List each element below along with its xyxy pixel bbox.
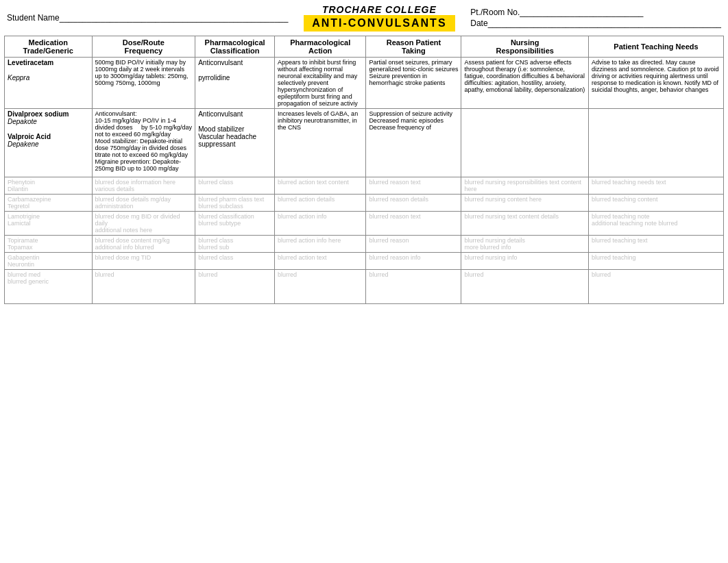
center-header: TROCHARE COLLEGE ANTI-CONVULSANTS bbox=[295, 4, 463, 32]
teaching-cell bbox=[588, 109, 723, 177]
table-row: Divalproex sodium Depakote Valproic Acid… bbox=[5, 109, 724, 177]
dose-cell: blurred bbox=[92, 270, 195, 304]
pharm-class-cell: blurred classification blurred subtype bbox=[195, 212, 275, 236]
pharm-action-cell: blurred action info bbox=[275, 212, 366, 236]
table-row: Gabapentin Neurontin blurred dose mg TID… bbox=[5, 253, 724, 270]
nursing-cell: blurred nursing responsibilities text co… bbox=[461, 177, 588, 195]
dose-cell: blurred dose mg TID bbox=[92, 253, 195, 270]
med-name-cell: Phenytoin Dilantin bbox=[5, 177, 93, 195]
table-container: MedicationTrade/Generic Dose/RouteFreque… bbox=[4, 36, 724, 304]
nursing-cell: blurred nursing details more blurred inf… bbox=[461, 236, 588, 253]
reason-cell: Suppression of seizure activity Decrease… bbox=[366, 109, 461, 177]
pharm-action-cell: blurred action details bbox=[275, 195, 366, 212]
pharm-class-cell: Anticonvulsant pyrrolidine bbox=[195, 58, 275, 109]
reason-cell: Partial onset seizures, primary generali… bbox=[366, 58, 461, 109]
dose-cell: blurred dose content mg/kg additional in… bbox=[92, 236, 195, 253]
table-row: Topiramate Topamax blurred dose content … bbox=[5, 236, 724, 253]
col-header-pharm-class: PharmacologicalClassification bbox=[195, 36, 275, 58]
col-header-teaching: Patient Teaching Needs bbox=[588, 36, 723, 58]
med-name-cell: blurred med blurred generic bbox=[5, 270, 93, 304]
med-name-cell: Divalproex sodium Depakote Valproic Acid… bbox=[5, 109, 93, 177]
teaching-cell: blurred bbox=[588, 270, 723, 304]
nursing-cell: blurred nursing info bbox=[461, 253, 588, 270]
school-name: TROCHARE COLLEGE bbox=[295, 4, 463, 15]
col-header-pharm-action: PharmacologicalAction bbox=[275, 36, 366, 58]
nursing-cell: blurred nursing text content details bbox=[461, 212, 588, 236]
table-row: blurred med blurred generic blurred blur… bbox=[5, 270, 724, 304]
reason-cell: blurred bbox=[366, 270, 461, 304]
table-row: Phenytoin Dilantin blurred dose informat… bbox=[5, 177, 724, 195]
reason-cell: blurred reason text bbox=[366, 177, 461, 195]
med-name-cell: Lamotrigine Lamictal bbox=[5, 212, 93, 236]
col-header-medication: MedicationTrade/Generic bbox=[5, 36, 93, 58]
pt-room-field: Pt./Room No.___________________________ bbox=[470, 8, 721, 17]
student-name-field: Student Name____________________________… bbox=[7, 13, 288, 23]
dose-cell: 500mg BID PO/IV initially may by 1000mg … bbox=[92, 58, 195, 109]
nursing-cell: blurred bbox=[461, 270, 588, 304]
pharm-action-cell: blurred bbox=[275, 270, 366, 304]
pharm-action-cell: Appears to inhibit burst firing without … bbox=[275, 58, 366, 109]
teaching-cell: blurred teaching text bbox=[588, 236, 723, 253]
dose-cell: blurred dose details mg/day administrati… bbox=[92, 195, 195, 212]
dose-cell: blurred dose mg BID or divided daily add… bbox=[92, 212, 195, 236]
pharm-action-cell: blurred action info here bbox=[275, 236, 366, 253]
pharm-class-cell: Anticonvulsant Mood stabilizer Vascular … bbox=[195, 109, 275, 177]
table-row: Levetiracetam Keppra 500mg BID PO/IV ini… bbox=[5, 58, 724, 109]
med-name-cell: Gabapentin Neurontin bbox=[5, 253, 93, 270]
nursing-cell bbox=[461, 109, 588, 177]
pharm-action-cell: blurred action text bbox=[275, 253, 366, 270]
teaching-cell: blurred teaching note additional teachin… bbox=[588, 212, 723, 236]
page-header: Student Name____________________________… bbox=[0, 0, 728, 33]
table-row: Carbamazepine Tegretol blurred dose deta… bbox=[5, 195, 724, 212]
teaching-cell: blurred teaching needs text bbox=[588, 177, 723, 195]
dose-cell: Anticonvulsant: 10-15 mg/kg/day PO/IV in… bbox=[92, 109, 195, 177]
med-trade-name: Divalproex sodium bbox=[8, 110, 89, 118]
dose-cell: blurred dose information here various de… bbox=[92, 177, 195, 195]
col-header-reason: Reason PatientTaking bbox=[366, 36, 461, 58]
nursing-cell: Assess patient for CNS adverse effects t… bbox=[461, 58, 588, 109]
table-row: Lamotrigine Lamictal blurred dose mg BID… bbox=[5, 212, 724, 236]
col-header-dose: Dose/RouteFrequency bbox=[92, 36, 195, 58]
reason-cell: blurred reason info bbox=[366, 253, 461, 270]
header-right: Pt./Room No.___________________________ … bbox=[470, 8, 721, 28]
teaching-cell: blurred teaching bbox=[588, 253, 723, 270]
med-generic-name3: Depakene bbox=[8, 140, 89, 148]
medication-table: MedicationTrade/Generic Dose/RouteFreque… bbox=[4, 36, 724, 304]
teaching-cell: blurred teaching content bbox=[588, 195, 723, 212]
pharm-class-cell: blurred class bbox=[195, 253, 275, 270]
med-generic-name2: Valproic Acid bbox=[8, 133, 89, 140]
med-trade-name: Levetiracetam bbox=[8, 59, 89, 66]
title-banner: ANTI-CONVULSANTS bbox=[304, 15, 454, 32]
med-generic-name: Keppra bbox=[8, 74, 89, 82]
pharm-class-cell: blurred bbox=[195, 270, 275, 304]
med-name-cell: Levetiracetam Keppra bbox=[5, 58, 93, 109]
pharm-class-cell: blurred class bbox=[195, 177, 275, 195]
reason-cell: blurred reason details bbox=[366, 195, 461, 212]
pharm-action-cell: Increases levels of GABA, an inhibitory … bbox=[275, 109, 366, 177]
med-name-cell: Topiramate Topamax bbox=[5, 236, 93, 253]
col-header-nursing: NursingResponsibilities bbox=[461, 36, 588, 58]
med-generic-name: Depakote bbox=[8, 118, 89, 125]
teaching-cell: Advise to take as directed. May cause di… bbox=[588, 58, 723, 109]
pharm-class-cell: blurred class blurred sub bbox=[195, 236, 275, 253]
date-field: Date____________________________________… bbox=[470, 18, 721, 28]
nursing-cell: blurred nursing content here bbox=[461, 195, 588, 212]
reason-cell: blurred reason bbox=[366, 236, 461, 253]
reason-cell: blurred reason text bbox=[366, 212, 461, 236]
pharm-action-cell: blurred action text content bbox=[275, 177, 366, 195]
pharm-class-cell: blurred pharm class text blurred subclas… bbox=[195, 195, 275, 212]
med-name-cell: Carbamazepine Tegretol bbox=[5, 195, 93, 212]
